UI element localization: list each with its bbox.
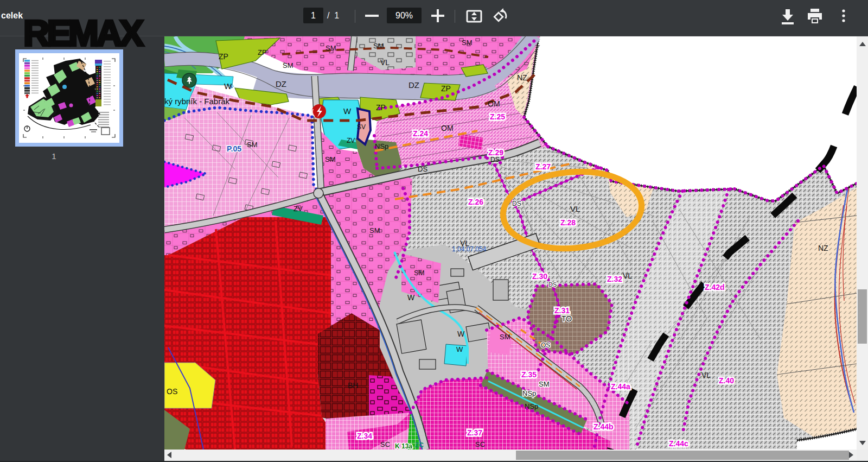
- svg-text:Z.26: Z.26: [468, 198, 483, 206]
- svg-text:OM: OM: [441, 124, 454, 132]
- svg-text:VL: VL: [570, 204, 580, 213]
- svg-text:Z.44a: Z.44a: [611, 382, 630, 391]
- svg-text:Z.31: Z.31: [554, 306, 570, 315]
- svg-text:SM: SM: [369, 226, 380, 235]
- svg-text:DS: DS: [512, 200, 521, 207]
- svg-text:DZ: DZ: [409, 80, 419, 90]
- svg-text:SC: SC: [475, 440, 485, 448]
- svg-text:Z.24: Z.24: [413, 129, 428, 138]
- svg-text:Z.30: Z.30: [532, 272, 547, 281]
- svg-text:ZV: ZV: [293, 205, 303, 213]
- svg-text:SM: SM: [283, 61, 293, 69]
- svg-text:Z.42d: Z.42d: [705, 283, 725, 292]
- svg-text:Z.40: Z.40: [719, 376, 734, 385]
- svg-text:NSp: NSp: [525, 402, 538, 410]
- svg-text:W: W: [407, 293, 415, 302]
- svg-text:OS: OS: [167, 387, 177, 396]
- svg-text:VL: VL: [380, 58, 390, 67]
- svg-text:SC: SC: [380, 440, 390, 448]
- svg-text:SV: SV: [357, 123, 366, 131]
- svg-text:SM: SM: [373, 42, 384, 50]
- svg-text:Z.29: Z.29: [488, 148, 503, 157]
- svg-text:SM: SM: [462, 39, 473, 47]
- svg-text:SM: SM: [326, 44, 336, 52]
- svg-text:VL: VL: [701, 371, 711, 379]
- svg-text:Z.44c: Z.44c: [669, 439, 688, 448]
- svg-text:K 13a: K 13a: [395, 442, 412, 450]
- svg-text:VL: VL: [623, 271, 632, 280]
- svg-text:DZ: DZ: [276, 79, 286, 88]
- svg-text:BH: BH: [348, 381, 358, 390]
- svg-text:ZC: ZC: [415, 441, 424, 449]
- svg-text:ZP: ZP: [376, 103, 386, 112]
- svg-text:TO: TO: [561, 314, 572, 323]
- svg-text:Z.28: Z.28: [560, 218, 576, 227]
- svg-text:SM: SM: [539, 380, 550, 388]
- svg-text:ký rybník - Fabrák: ký rybník - Fabrák: [164, 97, 230, 106]
- svg-text:NSp: NSp: [375, 142, 388, 150]
- svg-text:ZP: ZP: [219, 52, 228, 61]
- svg-text:SM: SM: [414, 269, 425, 277]
- svg-text:ZP: ZP: [258, 48, 267, 56]
- svg-text:Z.32: Z.32: [607, 275, 622, 283]
- svg-text:1.04.07.054: 1.04.07.054: [452, 245, 487, 253]
- svg-text:W: W: [224, 81, 232, 91]
- svg-text:Z.25: Z.25: [490, 112, 505, 121]
- svg-text:OS: OS: [541, 341, 550, 349]
- svg-text:ZP: ZP: [441, 84, 451, 93]
- svg-text:SM: SM: [500, 333, 510, 341]
- svg-text:P.05: P.05: [227, 144, 241, 153]
- svg-text:DS: DS: [418, 165, 427, 173]
- svg-text:Z.34: Z.34: [357, 432, 372, 440]
- svg-text:W: W: [457, 330, 465, 338]
- svg-text:OM: OM: [488, 99, 500, 108]
- svg-text:Z.44b: Z.44b: [593, 422, 614, 431]
- svg-text:Z.37: Z.37: [467, 428, 482, 437]
- svg-text:DS: DS: [548, 281, 557, 288]
- svg-text:SM: SM: [325, 155, 336, 163]
- svg-text:Z.27: Z.27: [535, 162, 551, 171]
- svg-text:SM: SM: [247, 141, 258, 149]
- svg-text:NZ: NZ: [517, 73, 527, 82]
- svg-text:ZV: ZV: [347, 137, 355, 144]
- svg-text:W: W: [456, 345, 463, 353]
- svg-text:Z.35: Z.35: [521, 370, 537, 379]
- svg-text:NSp: NSp: [522, 389, 536, 397]
- svg-text:W: W: [343, 106, 352, 116]
- svg-text:DS: DS: [490, 156, 500, 163]
- svg-text:NZ: NZ: [818, 244, 828, 252]
